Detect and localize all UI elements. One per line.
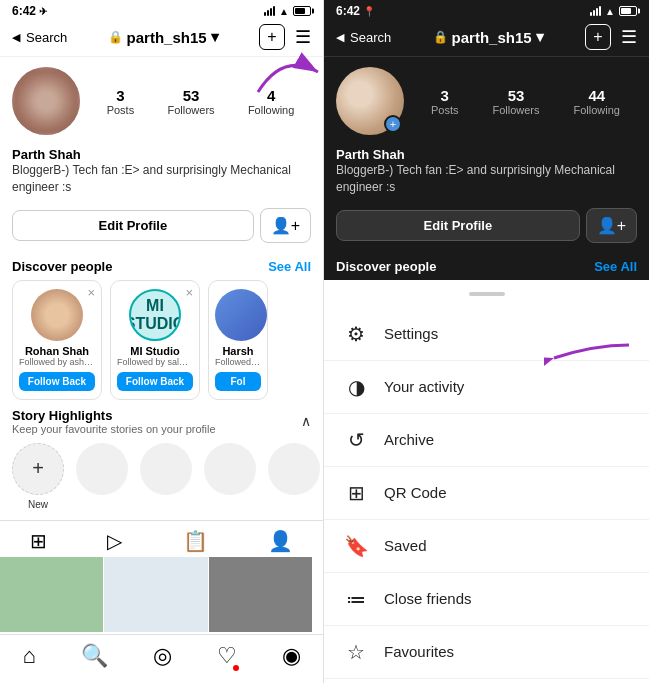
bottom-nav-left: ⌂ 🔍 ◎ ♡ ◉ <box>0 634 323 683</box>
chevron-down-icon-right: ▾ <box>536 28 544 46</box>
chevron-down-icon-left: ▾ <box>211 28 219 46</box>
highlight-2-left[interactable] <box>140 443 192 510</box>
menu-drag-handle[interactable] <box>469 292 505 296</box>
highlights-title-group: Story Highlights Keep your favourite sto… <box>12 408 216 435</box>
highlights-row-left: + New <box>12 437 311 516</box>
time-left: 6:42 <box>12 4 36 18</box>
menu-item-close-friends[interactable]: ≔ Close friends <box>324 573 649 626</box>
highlight-circle-1[interactable] <box>76 443 128 495</box>
discover-see-all-left[interactable]: See All <box>268 259 311 274</box>
header-right-left: + ☰ <box>259 24 311 50</box>
header-right-right: + ☰ <box>585 24 637 50</box>
highlight-4-left[interactable] <box>268 443 320 510</box>
discover-header-left: Discover people See All <box>0 251 323 280</box>
username-text-right[interactable]: parth_sh15 <box>452 29 532 46</box>
video-tab-left[interactable]: ▷ <box>107 529 122 553</box>
grid-cell-1[interactable] <box>0 557 103 632</box>
reels-nav-left[interactable]: ◎ <box>153 643 172 669</box>
followers-label-right: Followers <box>492 104 539 116</box>
settings-label: Settings <box>384 325 438 342</box>
discover-card-harsh: Harsh Followed by aarav_060... Fol <box>208 280 268 400</box>
highlight-new-left[interactable]: + New <box>12 443 64 510</box>
avatar-mi: MISTUDIO <box>129 289 181 341</box>
grid-tab-left[interactable]: ⊞ <box>30 529 47 553</box>
highlights-header-left: Story Highlights Keep your favourite sto… <box>12 408 311 435</box>
followers-label-left: Followers <box>167 104 214 116</box>
menu-item-qr[interactable]: ⊞ QR Code <box>324 467 649 520</box>
search-nav-left[interactable]: 🔍 <box>81 643 108 669</box>
wifi-icon: ▲ <box>279 6 289 17</box>
highlights-chevron-left[interactable]: ∧ <box>301 413 311 429</box>
avatar-left <box>12 67 80 135</box>
highlights-title-left: Story Highlights <box>12 408 216 423</box>
grid-cell-2[interactable] <box>104 557 207 632</box>
tagged-tab-left[interactable]: 📋 <box>183 529 208 553</box>
follow-back-harsh[interactable]: Fol <box>215 372 261 391</box>
likes-nav-left[interactable]: ♡ <box>217 643 237 669</box>
discover-card-rohan: × Rohan Shah Followed by ashayshah24 + 1… <box>12 280 102 400</box>
follow-back-mi[interactable]: Follow Back <box>117 372 193 391</box>
highlight-circle-4[interactable] <box>268 443 320 495</box>
lock-icon-left: 🔒 <box>108 30 123 44</box>
menu-item-covid[interactable]: ◎ COVID-19 Information Centre <box>324 679 649 683</box>
favourites-icon: ☆ <box>344 640 368 664</box>
archive-icon: ↺ <box>344 428 368 452</box>
status-icons-right: ▲ <box>590 6 637 17</box>
profile-nav-left[interactable]: ◉ <box>282 643 301 669</box>
add-content-button-right[interactable]: + <box>585 24 611 50</box>
menu-item-archive[interactable]: ↺ Archive <box>324 414 649 467</box>
wifi-icon-right: ▲ <box>605 6 615 17</box>
discover-see-all-right[interactable]: See All <box>594 259 637 274</box>
add-content-button-left[interactable]: + <box>259 24 285 50</box>
header-left: ◀ Search 🔒 parth_sh15 ▾ + ☰ <box>0 20 323 57</box>
followers-stat-right[interactable]: 53 Followers <box>492 87 539 116</box>
add-highlight-circle[interactable]: + <box>12 443 64 495</box>
following-stat-right[interactable]: 44 Following <box>574 87 620 116</box>
mentioned-tab-left[interactable]: 👤 <box>268 529 293 553</box>
avatar-rohan <box>31 289 83 341</box>
avatar-wrapper-left <box>12 67 80 135</box>
discover-card-mi: × MISTUDIO MI Studio Followed by saloni.… <box>110 280 200 400</box>
status-icons-left: ▲ <box>264 6 311 17</box>
highlight-circle-2[interactable] <box>140 443 192 495</box>
followers-stat-left[interactable]: 53 Followers <box>167 87 214 116</box>
back-button-left[interactable]: ◀ <box>12 31 20 44</box>
search-label-left[interactable]: Search <box>26 30 67 45</box>
following-stat-left[interactable]: 4 Following <box>248 87 294 116</box>
battery-icon <box>293 6 311 16</box>
hamburger-button-left[interactable]: ☰ <box>295 26 311 48</box>
menu-item-favourites[interactable]: ☆ Favourites <box>324 626 649 679</box>
card-name-mi: MI Studio <box>117 345 193 357</box>
menu-item-settings[interactable]: ⚙ Settings <box>324 308 649 361</box>
back-button-right[interactable]: ◀ <box>336 31 344 44</box>
highlights-subtitle-left: Keep your favourite stories on your prof… <box>12 423 216 435</box>
location-icon: ✈ <box>39 6 47 17</box>
status-bar-left: 6:42 ✈ ▲ <box>0 0 323 20</box>
menu-item-saved[interactable]: 🔖 Saved <box>324 520 649 573</box>
search-label-right[interactable]: Search <box>350 30 391 45</box>
grid-cell-3[interactable] <box>209 557 312 632</box>
home-nav-left[interactable]: ⌂ <box>22 643 35 669</box>
discover-title-right: Discover people <box>336 259 436 274</box>
username-text-left[interactable]: parth_sh15 <box>127 29 207 46</box>
following-label-left: Following <box>248 104 294 116</box>
posts-stat-left[interactable]: 3 Posts <box>107 87 135 116</box>
hamburger-button-right[interactable]: ☰ <box>621 26 637 48</box>
grid-area-left <box>0 557 323 632</box>
edit-profile-button-right[interactable]: Edit Profile <box>336 210 580 241</box>
stats-row-left: 3 Posts 53 Followers 4 Following <box>90 87 311 116</box>
add-person-button-right[interactable]: 👤+ <box>586 208 637 243</box>
stats-row-right: 3 Posts 53 Followers 44 Following <box>414 87 637 116</box>
menu-item-activity[interactable]: ◑ Your activity <box>324 361 649 414</box>
highlight-circle-3[interactable] <box>204 443 256 495</box>
posts-stat-right[interactable]: 3 Posts <box>431 87 459 116</box>
add-person-button-left[interactable]: 👤+ <box>260 208 311 243</box>
edit-profile-button-left[interactable]: Edit Profile <box>12 210 254 241</box>
highlight-1-left[interactable] <box>76 443 128 510</box>
activity-label: Your activity <box>384 378 464 395</box>
highlights-section-left: Story Highlights Keep your favourite sto… <box>0 400 323 520</box>
highlight-3-left[interactable] <box>204 443 256 510</box>
follow-back-rohan[interactable]: Follow Back <box>19 372 95 391</box>
close-card-mi[interactable]: × <box>185 285 193 300</box>
close-card-rohan[interactable]: × <box>87 285 95 300</box>
